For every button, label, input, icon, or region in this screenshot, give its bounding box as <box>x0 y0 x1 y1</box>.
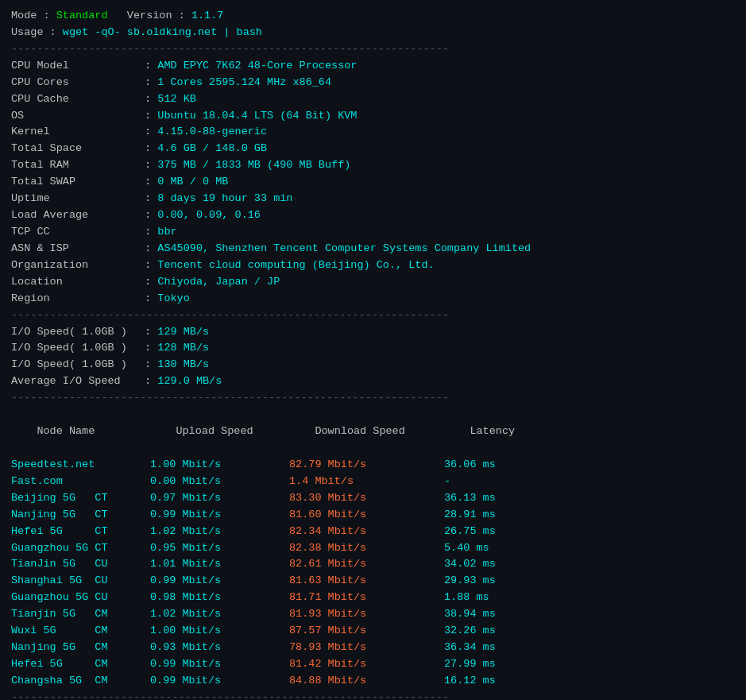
latency: 36.13 ms <box>444 492 496 504</box>
node-name: Guangzhou 5G CU <box>11 590 150 606</box>
latency: 28.91 ms <box>444 509 496 520</box>
node-name: Tianjin 5G CM <box>11 606 150 623</box>
io-speed1-label: I/O Speed( 1.0GB ) <box>11 324 138 341</box>
table-row: Guangzhou 5G CT 0.95 Mbit/s82.38 Mbit/s5… <box>11 540 735 557</box>
upload-speed: 1.02 Mbit/s <box>150 606 289 623</box>
download-speed: 82.61 Mbit/s <box>289 556 444 573</box>
table-row: Hefei 5G CM 0.99 Mbit/s81.42 Mbit/s27.99… <box>11 656 735 673</box>
tcp-cc-value: bbr <box>157 226 176 238</box>
node-name: Shanghai 5G CU <box>11 573 150 590</box>
node-name: Wuxi 5G CM <box>11 623 150 640</box>
asn-isp-line: ASN & ISP : AS45090, Shenzhen Tencent Co… <box>11 241 735 257</box>
version-value: 1.1.7 <box>191 10 224 21</box>
table-row: Beijing 5G CT 0.97 Mbit/s83.30 Mbit/s36.… <box>11 490 735 507</box>
col-upload: Upload Speed <box>176 423 315 440</box>
total-ram-line: Total RAM : 375 MB / 1833 MB (490 MB Buf… <box>11 157 735 174</box>
table-row: Speedtest.net 1.00 Mbit/s82.79 Mbit/s36.… <box>11 457 735 474</box>
download-speed: 82.38 Mbit/s <box>289 540 444 557</box>
table-row: Shanghai 5G CU 0.99 Mbit/s81.63 Mbit/s29… <box>11 573 735 590</box>
table-row: Guangzhou 5G CU 0.98 Mbit/s81.71 Mbit/s1… <box>11 590 735 606</box>
download-speed: 81.71 Mbit/s <box>289 590 444 606</box>
uptime-line: Uptime : 8 days 19 hour 33 min <box>11 191 735 207</box>
node-name: Fast.com <box>11 474 150 490</box>
usage-value: wget -qO- sb.oldking.net | bash <box>63 26 262 38</box>
latency: 1.88 ms <box>444 591 489 603</box>
download-speed: 82.34 Mbit/s <box>289 524 444 540</box>
cpu-model-label: CPU Model <box>11 58 138 75</box>
col-latency: Latency <box>470 425 515 437</box>
io-avg-line: Average I/O Speed : 129.0 MB/s <box>11 373 735 390</box>
cpu-cores-label: CPU Cores <box>11 75 138 91</box>
table-row: TianJin 5G CU 1.01 Mbit/s82.61 Mbit/s34.… <box>11 556 735 573</box>
node-name: TianJin 5G CU <box>11 556 150 573</box>
os-line: OS : Ubuntu 18.04.4 LTS (64 Bit) KVM <box>11 108 735 125</box>
org-value: Tencent cloud computing (Beijing) Co., L… <box>157 259 434 271</box>
table-row: Changsha 5G CM 0.99 Mbit/s84.88 Mbit/s16… <box>11 673 735 690</box>
upload-speed: 0.99 Mbit/s <box>150 573 289 590</box>
total-space-line: Total Space : 4.6 GB / 148.0 GB <box>11 141 735 157</box>
latency: 34.02 ms <box>444 558 496 570</box>
latency: 5.40 ms <box>444 542 489 554</box>
download-speed: 81.63 Mbit/s <box>289 573 444 590</box>
download-speed: 1.4 Mbit/s <box>289 474 444 490</box>
tcp-cc-label: TCP CC <box>11 224 138 241</box>
kernel-value: 4.15.0-88-generic <box>157 126 267 137</box>
uptime-value: 8 days 19 hour 33 min <box>157 192 292 204</box>
node-name: Nanjing 5G CT <box>11 507 150 524</box>
download-speed: 81.93 Mbit/s <box>289 606 444 623</box>
upload-speed: 0.97 Mbit/s <box>150 490 289 507</box>
node-name: Hefei 5G CM <box>11 656 150 673</box>
io-speed2-line: I/O Speed( 1.0GB ) : 128 MB/s <box>11 340 735 357</box>
latency: 36.06 ms <box>444 458 496 470</box>
table-row: Tianjin 5G CM 1.02 Mbit/s81.93 Mbit/s38.… <box>11 606 735 623</box>
total-ram-value: 375 MB / 1833 MB (490 MB Buff) <box>157 159 350 171</box>
os-value: Ubuntu 18.04.4 LTS (64 Bit) KVM <box>157 110 357 122</box>
separator-2: ----------------------------------------… <box>11 307 735 324</box>
mode-label: Mode <box>11 10 37 21</box>
separator-4: ----------------------------------------… <box>11 690 735 700</box>
total-space-label: Total Space <box>11 141 138 157</box>
table-row: Wuxi 5G CM 1.00 Mbit/s87.57 Mbit/s32.26 … <box>11 623 735 640</box>
total-swap-line: Total SWAP : 0 MB / 0 MB <box>11 174 735 191</box>
separator-3: ----------------------------------------… <box>11 390 735 407</box>
asn-isp-value: AS45090, Shenzhen Tencent Computer Syste… <box>157 242 531 254</box>
cpu-model-value: AMD EPYC 7K62 48-Core Processor <box>157 60 357 72</box>
load-avg-line: Load Average : 0.00, 0.09, 0.16 <box>11 207 735 224</box>
load-avg-value: 0.00, 0.09, 0.16 <box>157 209 261 221</box>
node-name: Speedtest.net <box>11 457 150 474</box>
total-ram-label: Total RAM <box>11 157 138 174</box>
tcp-cc-line: TCP CC : bbr <box>11 224 735 241</box>
download-speed: 81.42 Mbit/s <box>289 656 444 673</box>
asn-isp-label: ASN & ISP <box>11 241 138 257</box>
download-speed: 81.60 Mbit/s <box>289 507 444 524</box>
version-label: Version <box>127 10 172 21</box>
org-line: Organization : Tencent cloud computing (… <box>11 257 735 274</box>
kernel-line: Kernel : 4.15.0-88-generic <box>11 124 735 141</box>
latency: 32.26 ms <box>444 625 496 636</box>
upload-speed: 0.99 Mbit/s <box>150 507 289 524</box>
upload-speed: 0.95 Mbit/s <box>150 540 289 557</box>
kernel-label: Kernel <box>11 124 138 141</box>
table-row: Hefei 5G CT 1.02 Mbit/s82.34 Mbit/s26.75… <box>11 524 735 540</box>
location-label: Location <box>11 274 138 291</box>
io-avg-label: Average I/O Speed <box>11 373 138 390</box>
cpu-cache-label: CPU Cache <box>11 91 138 108</box>
total-swap-label: Total SWAP <box>11 174 138 191</box>
download-speed: 78.93 Mbit/s <box>289 640 444 656</box>
upload-speed: 0.99 Mbit/s <box>150 673 289 690</box>
cpu-cache-value: 512 KB <box>157 93 196 105</box>
mode-value: Standard <box>56 10 108 21</box>
table-row: Nanjing 5G CM 0.93 Mbit/s78.93 Mbit/s36.… <box>11 640 735 656</box>
io-speed3-label: I/O Speed( 1.0GB ) <box>11 357 138 373</box>
upload-speed: 0.93 Mbit/s <box>150 640 289 656</box>
io-speed1-line: I/O Speed( 1.0GB ) : 129 MB/s <box>11 324 735 341</box>
network-rows-container: Speedtest.net 1.00 Mbit/s82.79 Mbit/s36.… <box>11 457 735 690</box>
io-speed3-line: I/O Speed( 1.0GB ) : 130 MB/s <box>11 357 735 373</box>
upload-speed: 1.01 Mbit/s <box>150 556 289 573</box>
node-name: Nanjing 5G CM <box>11 640 150 656</box>
node-name: Beijing 5G CT <box>11 490 150 507</box>
download-speed: 83.30 Mbit/s <box>289 490 444 507</box>
load-avg-label: Load Average <box>11 207 138 224</box>
total-swap-value: 0 MB / 0 MB <box>157 176 228 188</box>
cpu-cores-value: 1 Cores 2595.124 MHz x86_64 <box>157 76 331 88</box>
